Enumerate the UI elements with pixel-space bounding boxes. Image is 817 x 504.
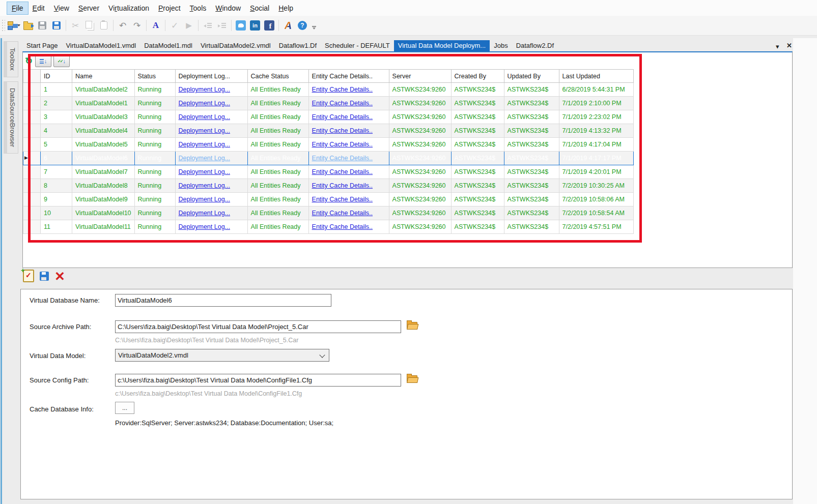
virtual-data-model-select[interactable]: VirtualDataModel2.vmdl [115, 349, 329, 362]
tab-scheduler-default[interactable]: Scheduler - DEFAULT [321, 40, 394, 51]
delete-icon[interactable] [54, 271, 65, 282]
deployment-log-link[interactable]: Deployment Log... [179, 155, 230, 162]
facebook-icon[interactable] [263, 19, 276, 32]
row-selector-cell[interactable] [23, 220, 41, 234]
row-selector-cell[interactable] [23, 206, 41, 220]
deployment-log-link[interactable]: Deployment Log... [179, 113, 230, 121]
column-header-id[interactable]: ID [41, 70, 72, 83]
entity-cache-details-link[interactable]: Entity Cache Details.. [312, 100, 373, 107]
new-model-icon[interactable] [7, 19, 20, 32]
check-out-icon[interactable] [215, 19, 229, 32]
menu-tools[interactable]: Tools [185, 2, 211, 14]
copy-icon[interactable] [83, 19, 96, 32]
menu-virtualization[interactable]: Virtualization [104, 2, 154, 14]
app-logo-icon[interactable] [281, 19, 295, 32]
menu-social[interactable]: Social [245, 2, 274, 14]
tab-jobs[interactable]: Jobs [490, 40, 512, 51]
tab-virtualdatamodel1-vmdl[interactable]: VirtualDataModel1.vmdl [62, 40, 140, 51]
tab-datamodel1-mdl[interactable]: DataModel1.mdl [140, 40, 196, 51]
help-icon[interactable] [296, 19, 309, 32]
row-selector-cell[interactable] [23, 179, 41, 193]
row-selector-cell[interactable] [23, 83, 41, 97]
column-header-last-updated[interactable]: Last Updated [559, 70, 633, 83]
run-icon[interactable]: ▶ [182, 19, 195, 32]
deploy-validate-export-button[interactable]: ✓✓↓ [53, 55, 70, 67]
entity-cache-details-link[interactable]: Entity Cache Details.. [312, 86, 373, 93]
entity-cache-details-link[interactable]: Entity Cache Details.. [312, 141, 373, 148]
linkedin-icon[interactable] [248, 19, 262, 32]
deployment-log-link[interactable]: Deployment Log... [179, 141, 230, 148]
entity-cache-details-link[interactable]: Entity Cache Details.. [312, 127, 373, 134]
browse-config-folder-icon[interactable] [407, 374, 418, 383]
tab-virtualdatamodel2-vmdl[interactable]: VirtualDataModel2.vmdl [196, 40, 275, 51]
row-selector-cell[interactable] [23, 124, 41, 138]
undo-icon[interactable]: ↶ [116, 19, 129, 32]
deployment-log-link[interactable]: Deployment Log... [179, 182, 230, 189]
menu-project[interactable]: Project [154, 2, 185, 14]
menu-server[interactable]: Server [74, 2, 104, 14]
apply-clipboard-icon[interactable] [23, 270, 34, 282]
row-selector-cell[interactable] [23, 165, 41, 179]
virtual-database-name-input[interactable] [115, 294, 331, 307]
deployment-log-link[interactable]: Deployment Log... [179, 100, 230, 107]
table-row[interactable]: 8VirtualDataModel8RunningDeployment Log.… [23, 179, 634, 193]
check-in-icon[interactable] [201, 19, 214, 32]
entity-cache-details-link[interactable]: Entity Cache Details.. [312, 168, 373, 175]
entity-cache-details-link[interactable]: Entity Cache Details.. [312, 210, 373, 217]
row-selector-cell[interactable] [23, 110, 41, 124]
font-icon[interactable]: A [149, 19, 162, 32]
save-icon[interactable] [40, 272, 49, 281]
entity-cache-details-link[interactable]: Entity Cache Details.. [312, 155, 373, 162]
table-row[interactable]: 4VirtualDataModel4RunningDeployment Log.… [23, 124, 634, 138]
table-row[interactable]: 5VirtualDataModel5RunningDeployment Log.… [23, 138, 634, 152]
entity-cache-details-link[interactable]: Entity Cache Details.. [312, 182, 373, 189]
validate-check-icon[interactable]: ✓ [168, 19, 181, 32]
dock-tab-datasourcebrowser[interactable]: DataSourceBrowser [4, 81, 18, 154]
deployment-log-link[interactable]: Deployment Log... [179, 223, 230, 230]
import-model-icon[interactable] [21, 19, 35, 32]
row-selector-cell[interactable] [23, 193, 41, 206]
paste-icon[interactable] [97, 19, 110, 32]
deployment-log-link[interactable]: Deployment Log... [179, 210, 230, 217]
cache-database-info-button[interactable]: ... [115, 402, 134, 414]
column-header-deployment-log[interactable]: Deployment Log... [175, 70, 247, 83]
refresh-icon[interactable] [25, 55, 33, 67]
save-icon[interactable] [36, 19, 49, 32]
twitter-icon[interactable] [234, 19, 247, 32]
menu-file[interactable]: File [7, 2, 28, 14]
toolbar-grip-handle[interactable] [2, 19, 5, 32]
deployment-log-link[interactable]: Deployment Log... [179, 127, 230, 134]
table-row[interactable]: 3VirtualDataModel3RunningDeployment Log.… [23, 110, 634, 124]
column-header-entity-cache-details[interactable]: Entity Cache Details.. [308, 70, 389, 83]
source-config-path-input[interactable] [115, 374, 401, 387]
table-row[interactable]: 1VirtualDataModel2RunningDeployment Log.… [23, 83, 634, 97]
column-header-updated-by[interactable]: Updated By [504, 70, 559, 83]
dock-tab-toolbox[interactable]: Toolbox [4, 41, 18, 77]
column-header-created-by[interactable]: Created By [451, 70, 504, 83]
browse-archive-folder-icon[interactable] [407, 320, 418, 330]
cut-icon[interactable]: ✂ [69, 19, 82, 32]
table-row[interactable]: 9VirtualDataModel9RunningDeployment Log.… [23, 193, 634, 206]
row-selector-cell[interactable] [23, 97, 41, 110]
table-row[interactable]: 10VirtualDataModel10RunningDeployment Lo… [23, 206, 634, 220]
deployment-log-link[interactable]: Deployment Log... [179, 196, 230, 203]
table-row[interactable]: 7VirtualDataModel7RunningDeployment Log.… [23, 165, 634, 179]
row-selector-cell[interactable] [23, 138, 41, 152]
table-row[interactable]: 6VirtualDataModel6RunningDeployment Log.… [23, 152, 634, 165]
row-selector-cell[interactable] [23, 152, 41, 165]
source-archive-path-input[interactable] [115, 320, 401, 333]
entity-cache-details-link[interactable]: Entity Cache Details.. [312, 113, 373, 121]
deployment-log-link[interactable]: Deployment Log... [179, 168, 230, 175]
menu-window[interactable]: Window [211, 2, 245, 14]
menu-edit[interactable]: Edit [28, 2, 49, 14]
column-header-cache-status[interactable]: Cache Status [247, 70, 308, 83]
save-all-icon[interactable] [50, 19, 63, 32]
tab-dataflow1-df[interactable]: Dataflow1.Df [275, 40, 321, 51]
tab-dataflow2-df[interactable]: Dataflow2.Df [512, 40, 558, 51]
menu-help[interactable]: Help [274, 2, 298, 14]
deployment-log-link[interactable]: Deployment Log... [179, 86, 230, 93]
table-row[interactable]: 2VirtualDataModel1RunningDeployment Log.… [23, 97, 634, 110]
deploy-export-button[interactable]: ↓ [35, 55, 51, 67]
redo-icon[interactable]: ↷ [130, 19, 144, 32]
column-header-status[interactable]: Status [134, 70, 175, 83]
